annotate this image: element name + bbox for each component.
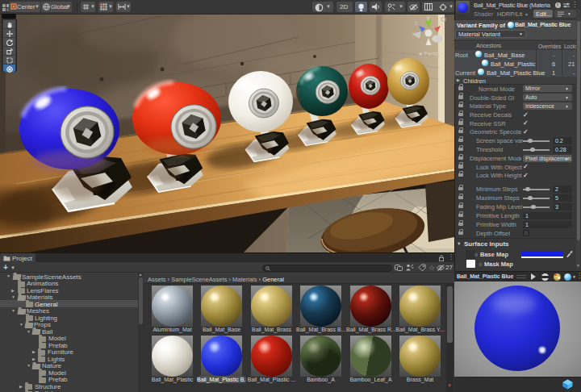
svg-text:z: z <box>415 20 417 26</box>
svg-text:◄ Persp: ◄ Persp <box>417 51 439 57</box>
